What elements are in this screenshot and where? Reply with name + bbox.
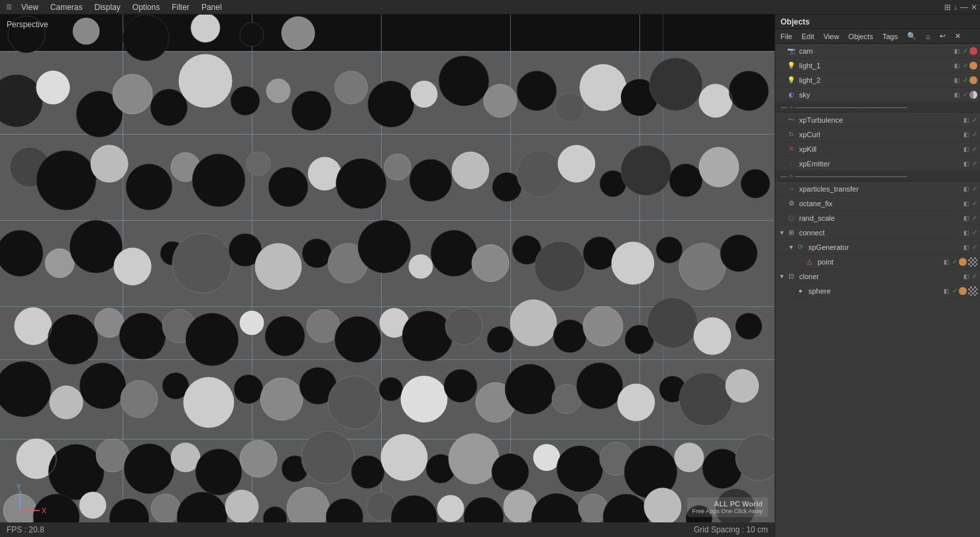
objects-panel-header: Objects [775,15,980,29]
svg-point-141 [326,499,363,522]
svg-point-10 [150,89,188,126]
object-list-item[interactable]: △ point ◧ ✓ [775,255,980,269]
expand-arrow[interactable]: ▼ [787,243,795,251]
object-list-item[interactable]: · xpEmitter ◧ ✓ [775,156,980,171]
svg-point-53 [172,233,232,293]
x-axis-label: X [42,507,46,514]
svg-point-135 [109,499,149,522]
visibility-btn[interactable]: ◧ [961,199,971,208]
visibility-btn[interactable]: ◧ [961,184,971,194]
objects-panel-title: Objects [781,17,810,27]
close-icon[interactable]: ✕ [971,3,977,12]
object-list-item[interactable]: ↻ xpCurl ◧ ✓ [775,127,980,142]
minimize-icon[interactable]: ↓ [953,3,957,12]
object-list-item[interactable]: ▼ ⟳ xpGenerator ◧ ✓ [775,240,980,255]
watermark-line2: Free Apps One Click Away [692,508,763,514]
visibility-btn[interactable]: ◧ [952,46,961,56]
object-controls: ◧ ✓ [961,115,977,125]
object-icon: ✕ [786,144,796,154]
svg-point-49 [45,249,74,278]
object-list-item[interactable]: 📷 cam ◧ ✓ [775,44,980,58]
svg-point-24 [649,58,702,111]
object-name: light_2 [799,76,950,84]
object-icon: ⚙ [786,198,796,209]
obj-menu-view[interactable]: View [821,31,842,42]
obj-menu-edit[interactable]: Edit [799,31,817,42]
object-icon: → [786,184,796,194]
visibility-btn[interactable]: ◧ [961,243,971,252]
object-list-item[interactable]: ▼ ⊡ cloner ◧ ✓ [775,269,980,284]
object-list-item[interactable]: ● sphere ◧ ✓ [775,284,980,298]
svg-point-124 [492,453,529,491]
expand-spacer [778,116,786,124]
svg-point-137 [177,492,227,522]
visibility-btn[interactable]: ◧ [961,213,971,223]
object-controls: ◧ ✓ [961,130,977,139]
object-controls: ◧ ✓ [961,228,977,237]
obj-menu-file[interactable]: File [778,31,795,42]
svg-point-100 [379,377,403,401]
obj-menu-tags[interactable]: Tags [880,31,900,42]
expand-spacer [778,145,786,153]
object-list[interactable]: 📷 cam ◧ ✓ 💡 light_1 ◧ ✓ 💡 light_2 ◧ ✓ [775,44,980,537]
object-controls: ◧ ✓ [961,199,977,208]
visibility-btn[interactable]: ◧ [961,145,971,154]
visibility-btn[interactable]: ◧ [942,257,951,267]
expand-spacer [778,200,786,208]
visibility-btn[interactable]: ◧ [961,130,971,139]
object-icon: ⟳ [795,242,806,253]
visibility-btn[interactable]: ◧ [961,228,971,237]
menu-display[interactable]: Display [89,1,125,13]
object-list-item[interactable]: 〜 xpTurbulence ◧ ✓ [775,113,980,127]
svg-point-89 [735,313,762,339]
svg-point-85 [583,306,623,346]
object-list-item[interactable]: ◌ rand_scale ◧ ✓ [775,211,980,225]
svg-point-39 [452,152,489,189]
visibility-btn[interactable]: ◧ [952,76,961,85]
expand-arrow[interactable]: ▼ [778,229,786,237]
menu-view[interactable]: View [16,1,44,13]
menu-options[interactable]: Options [127,1,165,13]
expand-spacer [778,91,786,99]
obj-menu-undo[interactable]: ↩ [937,30,948,42]
obj-menu-search[interactable]: 🔍 [904,30,919,42]
svg-point-95 [184,377,234,428]
svg-point-68 [720,235,757,272]
object-list-item[interactable]: 💡 light_1 ◧ ✓ [775,58,980,73]
menu-cameras[interactable]: Cameras [45,1,88,13]
object-list-item[interactable]: → xparticles_transfer ◧ ✓ [775,182,980,196]
object-list-item[interactable]: ◐ sky ◧ ✓ [775,88,980,102]
object-list-item[interactable]: 💡 light_2 ◧ ✓ [775,73,980,88]
visibility-btn[interactable]: ◧ [952,61,961,70]
restore-icon[interactable]: — [960,3,968,12]
object-name: xpEmitter [799,160,959,168]
visibility-btn[interactable]: ◧ [961,159,971,168]
svg-point-114 [124,444,174,494]
grid-icon[interactable]: ⊞ [944,3,951,12]
menu-panel[interactable]: Panel [196,1,227,13]
object-list-item[interactable]: ▼ ⊞ connect ◧ ✓ [775,225,980,240]
object-icon: △ [804,257,815,267]
object-controls: ◧ ✓ [942,257,977,267]
obj-menu-home[interactable]: ⌂ [923,31,933,42]
svg-point-84 [553,320,586,353]
svg-point-76 [265,316,305,356]
svg-point-126 [557,446,603,492]
svg-point-72 [119,313,166,359]
obj-menu-close[interactable]: ✕ [952,30,963,42]
obj-menu-objects[interactable]: Objects [845,31,875,42]
visibility-btn[interactable]: ◧ [952,90,961,99]
object-list-item[interactable]: ✕ xpKill ◧ ✓ [775,142,980,156]
viewport[interactable]: Perspective [0,15,775,537]
expand-arrow[interactable]: ▼ [778,272,786,280]
visibility-btn[interactable]: ◧ [961,272,971,281]
svg-point-26 [729,71,769,111]
svg-point-129 [675,443,704,472]
menu-filter[interactable]: Filter [166,1,195,13]
object-list-item[interactable]: ⚙ octane_fix ◧ ✓ [775,196,980,211]
visibility-btn[interactable]: ◧ [942,286,951,296]
visibility-btn[interactable]: ◧ [961,115,971,125]
svg-point-30 [126,164,172,210]
svg-point-46 [699,147,739,187]
svg-point-81 [445,308,482,345]
